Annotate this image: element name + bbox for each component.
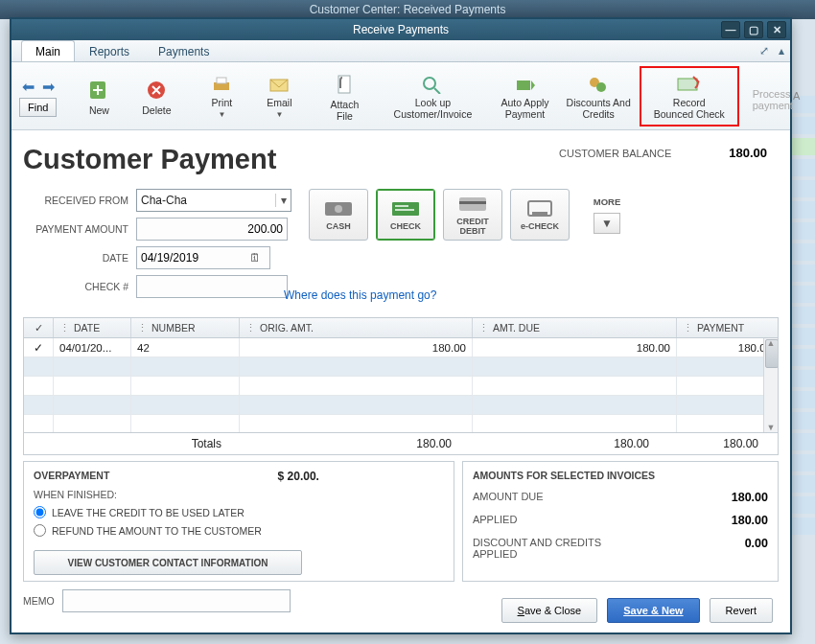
- prev-icon[interactable]: ⬅: [22, 78, 35, 96]
- table-row[interactable]: [24, 377, 778, 396]
- find-button[interactable]: Find: [19, 98, 57, 117]
- method-echeck-button[interactable]: e-CHECK: [510, 189, 570, 241]
- svg-rect-17: [395, 209, 414, 211]
- find-group: ⬅ ➡ Find: [13, 74, 62, 119]
- tab-main[interactable]: Main: [21, 40, 75, 61]
- option-refund-label: REFUND THE AMOUNT TO THE CUSTOMER: [52, 525, 262, 537]
- table-row[interactable]: [24, 396, 778, 415]
- method-echeck-label: e-CHECK: [521, 221, 559, 231]
- col-amt-due[interactable]: ⋮AMT. DUE: [473, 318, 677, 337]
- radio-refund[interactable]: [34, 524, 46, 537]
- applied-value: 180.00: [732, 514, 768, 527]
- row-orig: [240, 396, 473, 414]
- customer-balance-label: CUSTOMER BALANCE: [559, 148, 671, 159]
- tab-reports[interactable]: Reports: [75, 40, 144, 61]
- col-check[interactable]: ✓: [24, 318, 54, 337]
- table-row[interactable]: [24, 357, 778, 377]
- revert-button[interactable]: Revert: [710, 598, 773, 623]
- memo-input[interactable]: [62, 589, 291, 612]
- when-finished-label: WHEN FINISHED:: [34, 489, 444, 500]
- discount-label: DISCOUNT AND CREDITS APPLIED: [473, 537, 601, 560]
- svg-point-11: [596, 82, 606, 92]
- col-number[interactable]: ⋮NUMBER: [131, 318, 240, 337]
- discounts-credits-button[interactable]: Discounts And Credits: [558, 70, 640, 123]
- auto-apply-button[interactable]: Auto Apply Payment: [492, 70, 557, 123]
- bounced-check-icon: [676, 75, 703, 94]
- minimize-button[interactable]: —: [721, 21, 740, 38]
- row-check[interactable]: [24, 357, 54, 376]
- method-cash-label: CASH: [326, 221, 351, 231]
- attach-file-button[interactable]: Attach File: [315, 68, 373, 125]
- help-link[interactable]: Where does this payment go?: [284, 288, 436, 302]
- row-due: [473, 357, 677, 376]
- scroll-up-icon[interactable]: ▲: [764, 338, 778, 348]
- col-date[interactable]: ⋮DATE: [54, 318, 131, 337]
- col-orig-amt[interactable]: ⋮ORIG. AMT.: [240, 318, 473, 337]
- next-icon[interactable]: ➡: [42, 78, 55, 96]
- method-cash-button[interactable]: CASH: [309, 189, 368, 241]
- parent-window-title: Customer Center: Received Payments: [0, 0, 815, 19]
- attach-label: Attach File: [331, 99, 360, 122]
- row-date: [54, 415, 131, 432]
- tab-payments[interactable]: Payments: [144, 40, 223, 61]
- totals-due: 180.00: [457, 437, 655, 450]
- method-credit-button[interactable]: CREDIT DEBIT: [443, 189, 502, 241]
- checknum-input[interactable]: [136, 275, 288, 298]
- table-row[interactable]: [24, 415, 778, 432]
- collapse-ribbon-icon[interactable]: ▴: [779, 44, 784, 58]
- date-label: DATE: [23, 252, 136, 264]
- delete-button[interactable]: Delete: [128, 74, 185, 119]
- invoice-grid: ✓ ⋮DATE ⋮NUMBER ⋮ORIG. AMT. ⋮AMT. DUE ⋮P…: [23, 317, 779, 455]
- svg-point-8: [424, 78, 435, 89]
- method-check-button[interactable]: CHECK: [376, 189, 435, 241]
- method-credit-label: CREDIT DEBIT: [456, 217, 489, 236]
- record-bounced-check-button[interactable]: Record Bounced Check: [643, 70, 735, 123]
- dropdown-icon: ▼: [275, 110, 283, 119]
- bounced-label: Record Bounced Check: [654, 97, 725, 120]
- method-more-button[interactable]: MORE ▼: [577, 189, 637, 241]
- row-check[interactable]: [24, 377, 54, 395]
- add-label: A: [793, 90, 803, 102]
- lookup-label: Look up Customer/Invoice: [394, 97, 473, 120]
- close-button[interactable]: ✕: [767, 21, 786, 38]
- amount-due-value: 180.00: [732, 491, 768, 504]
- row-number: [131, 415, 240, 432]
- row-due: 180.00: [473, 338, 677, 356]
- received-from-combo[interactable]: Cha-Cha ▾: [136, 189, 291, 212]
- view-contact-button[interactable]: VIEW CUSTOMER CONTACT INFORMATION: [34, 550, 302, 575]
- row-check[interactable]: [24, 396, 54, 414]
- row-check[interactable]: [24, 415, 54, 432]
- option-refund[interactable]: REFUND THE AMOUNT TO THE CUSTOMER: [34, 524, 444, 537]
- save-new-button[interactable]: Save & New: [607, 598, 699, 623]
- radio-leave-credit[interactable]: [34, 506, 46, 518]
- payment-amount-input[interactable]: [136, 218, 288, 241]
- checknum-label: CHECK #: [23, 281, 136, 292]
- new-button[interactable]: New: [70, 74, 128, 119]
- svg-rect-16: [395, 205, 408, 207]
- scroll-down-icon[interactable]: ▼: [764, 423, 778, 432]
- email-button[interactable]: Email ▼: [250, 70, 308, 122]
- table-row[interactable]: ✓04/01/20...42180.00180.00180.00: [24, 338, 778, 357]
- new-label: New: [89, 104, 109, 116]
- overpayment-panel: OVERPAYMENT $ 20.00. WHEN FINISHED: LEAV…: [23, 461, 454, 582]
- customer-balance-value: 180.00: [729, 146, 767, 160]
- received-from-label: RECEIVED FROM: [23, 195, 136, 206]
- lookup-button[interactable]: Look up Customer/Invoice: [381, 70, 484, 123]
- credit-icon: [457, 194, 488, 213]
- amounts-title: AMOUNTS FOR SELECTED INVOICES: [473, 470, 768, 481]
- totals-row: Totals 180.00 180.00 180.00: [24, 432, 778, 454]
- totals-label: Totals: [24, 437, 231, 450]
- discounts-icon: [587, 75, 610, 94]
- print-button[interactable]: Print ▼: [193, 70, 250, 122]
- save-close-button[interactable]: SSave & Closeave & Close: [501, 598, 598, 623]
- grid-scrollbar[interactable]: ▼ ▲: [763, 338, 778, 432]
- date-input[interactable]: [136, 246, 270, 269]
- row-orig: [240, 415, 473, 432]
- maximize-button[interactable]: ▢: [744, 21, 763, 38]
- option-leave-credit[interactable]: LEAVE THE CREDIT TO BE USED LATER: [34, 506, 444, 518]
- row-check[interactable]: ✓: [24, 338, 54, 356]
- expand-icon[interactable]: ⤢: [759, 44, 769, 58]
- row-date: [54, 377, 131, 395]
- overpayment-title: OVERPAYMENT: [34, 470, 444, 481]
- col-payment[interactable]: ⋮PAYMENT: [677, 318, 778, 337]
